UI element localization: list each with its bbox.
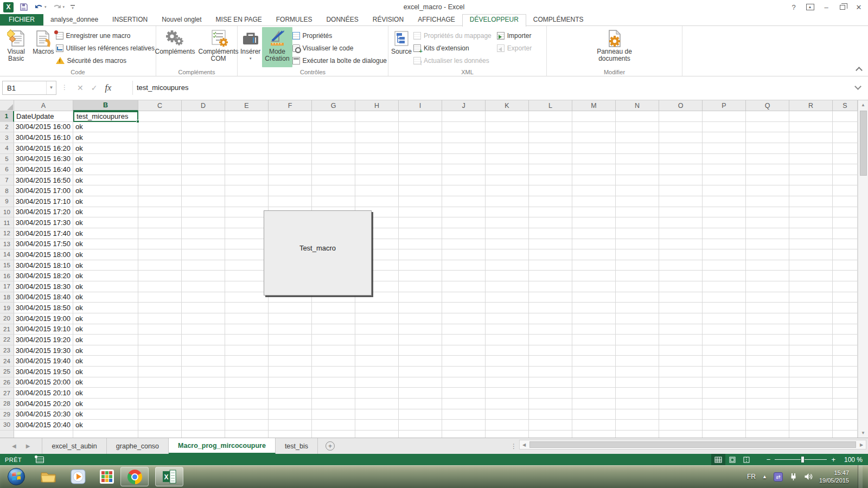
cell-P3[interactable]	[703, 132, 746, 143]
cell-H23[interactable]	[355, 345, 399, 356]
cell-B8[interactable]: ok	[73, 185, 138, 196]
cell-Q22[interactable]	[746, 335, 789, 345]
cell-B25[interactable]: ok	[73, 367, 138, 377]
cell-K1[interactable]	[486, 111, 529, 122]
cell-C28[interactable]	[138, 399, 182, 409]
cell-D18[interactable]	[182, 292, 225, 303]
cell-L28[interactable]	[529, 399, 572, 409]
cell-M[interactable]	[572, 431, 616, 438]
cell-J17[interactable]	[442, 281, 486, 292]
cell-S26[interactable]	[833, 377, 858, 388]
cell-C23[interactable]	[138, 345, 182, 356]
cell-A10[interactable]: 30/04/2015 17:20	[14, 207, 73, 218]
row-header-27[interactable]: 27	[0, 388, 14, 399]
cell-C[interactable]	[138, 431, 182, 438]
cell-P23[interactable]	[703, 345, 746, 356]
cell-Q6[interactable]	[746, 164, 789, 175]
cell-D3[interactable]	[182, 132, 225, 143]
cell-E23[interactable]	[225, 345, 269, 356]
cell-B28[interactable]: ok	[73, 399, 138, 409]
row-header-9[interactable]: 9	[0, 196, 14, 207]
cell-I29[interactable]	[399, 409, 442, 420]
cell-E22[interactable]	[225, 335, 269, 345]
cell-E21[interactable]	[225, 324, 269, 335]
cell-F24[interactable]	[269, 356, 312, 367]
ribbon-tab-formules[interactable]: FORMULES	[269, 14, 320, 25]
cell-K18[interactable]	[486, 292, 529, 303]
cell-O22[interactable]	[659, 335, 703, 345]
cell-N11[interactable]	[616, 217, 659, 228]
cell-K16[interactable]	[486, 271, 529, 281]
cell-I11[interactable]	[399, 217, 442, 228]
fill-handle[interactable]	[136, 120, 139, 123]
cell-D25[interactable]	[182, 367, 225, 377]
cell-N4[interactable]	[616, 143, 659, 154]
cell-N28[interactable]	[616, 399, 659, 409]
cell-C17[interactable]	[138, 281, 182, 292]
cell-E30[interactable]	[225, 420, 269, 431]
cell-B11[interactable]: ok	[73, 217, 138, 228]
cell-A20[interactable]: 30/04/2015 19:00	[14, 313, 73, 324]
cell-R19[interactable]	[789, 303, 833, 313]
column-header-o[interactable]: O	[659, 100, 703, 111]
cell-B24[interactable]: ok	[73, 356, 138, 367]
cell-S5[interactable]	[833, 154, 858, 165]
cell-P29[interactable]	[703, 409, 746, 420]
cell-O30[interactable]	[659, 420, 703, 431]
cell-L11[interactable]	[529, 217, 572, 228]
cell-M7[interactable]	[572, 175, 616, 186]
cell-S22[interactable]	[833, 335, 858, 345]
cell-D11[interactable]	[182, 217, 225, 228]
column-header-g[interactable]: G	[312, 100, 355, 111]
cell-Q19[interactable]	[746, 303, 789, 313]
column-header-p[interactable]: P	[703, 100, 746, 111]
column-header-m[interactable]: M	[572, 100, 616, 111]
cell-D10[interactable]	[182, 207, 225, 218]
cell-O15[interactable]	[659, 260, 703, 271]
cell-B4[interactable]: ok	[73, 143, 138, 154]
cell-J25[interactable]	[442, 367, 486, 377]
cell-I15[interactable]	[399, 260, 442, 271]
cell-J12[interactable]	[442, 228, 486, 239]
cell-I8[interactable]	[399, 185, 442, 196]
cell-O17[interactable]	[659, 281, 703, 292]
collapse-ribbon-icon[interactable]	[856, 67, 863, 74]
cell-G2[interactable]	[312, 122, 355, 133]
cell-M18[interactable]	[572, 292, 616, 303]
cell-F23[interactable]	[269, 345, 312, 356]
minimize-button[interactable]: –	[818, 0, 834, 14]
cell-P22[interactable]	[703, 335, 746, 345]
cell-M17[interactable]	[572, 281, 616, 292]
cell-E26[interactable]	[225, 377, 269, 388]
visual-basic-button[interactable]: Visual Basic	[1, 27, 31, 67]
taskbar-clock[interactable]: 15:47 19/05/2015	[819, 469, 849, 484]
cell-D2[interactable]	[182, 122, 225, 133]
cell-O6[interactable]	[659, 164, 703, 175]
ribbon-tab-fichier[interactable]: FICHIER	[0, 14, 43, 25]
cell-K13[interactable]	[486, 239, 529, 250]
cell-H[interactable]	[355, 431, 399, 438]
row-header-21[interactable]: 21	[0, 324, 14, 335]
cell-I12[interactable]	[399, 228, 442, 239]
cell-E17[interactable]	[225, 281, 269, 292]
cell-O29[interactable]	[659, 409, 703, 420]
cell-D24[interactable]	[182, 356, 225, 367]
cell-H21[interactable]	[355, 324, 399, 335]
cell-B18[interactable]: ok	[73, 292, 138, 303]
row-header-partial[interactable]	[0, 431, 14, 438]
restore-button[interactable]	[834, 0, 851, 14]
cell-M3[interactable]	[572, 132, 616, 143]
cell-B17[interactable]: ok	[73, 281, 138, 292]
cell-B19[interactable]: ok	[73, 303, 138, 313]
cell-C30[interactable]	[138, 420, 182, 431]
cell-F3[interactable]	[269, 132, 312, 143]
cell-S20[interactable]	[833, 313, 858, 324]
cell-S[interactable]	[833, 431, 858, 438]
cell-N24[interactable]	[616, 356, 659, 367]
cell-K15[interactable]	[486, 260, 529, 271]
cell-E9[interactable]	[225, 196, 269, 207]
cell-F25[interactable]	[269, 367, 312, 377]
cell-B29[interactable]: ok	[73, 409, 138, 420]
cell-R4[interactable]	[789, 143, 833, 154]
cell-A25[interactable]: 30/04/2015 19:50	[14, 367, 73, 377]
